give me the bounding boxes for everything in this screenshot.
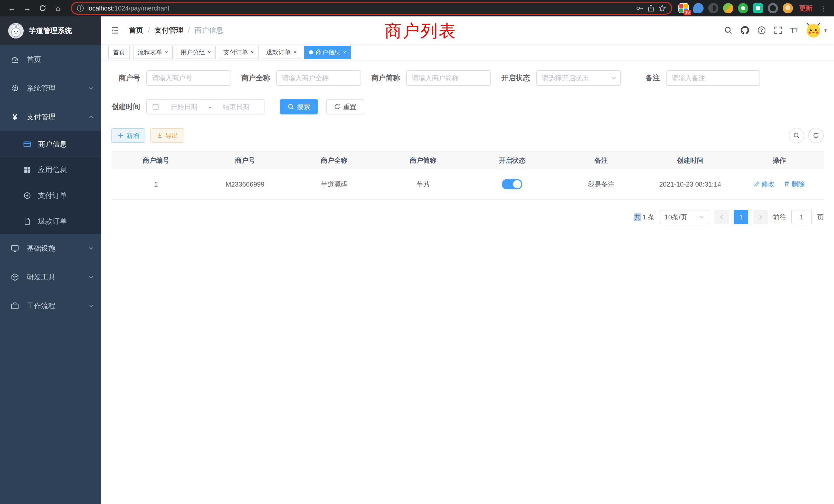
filter-short-name: 商户简称 [371, 70, 491, 86]
forward-icon[interactable]: → [21, 2, 34, 15]
card-icon [23, 140, 32, 148]
user-menu[interactable]: ▾ [805, 22, 827, 39]
sidebar-fold-icon[interactable] [108, 26, 122, 35]
full-name-input[interactable] [276, 70, 361, 86]
sidebar-item-merchant-info[interactable]: 商户信息 [0, 131, 101, 157]
user-avatar [805, 22, 822, 39]
date-start-placeholder[interactable]: 开始日期 [161, 102, 207, 111]
breadcrumb-payment[interactable]: 支付管理 [155, 25, 183, 35]
delete-button[interactable]: 删除 [784, 180, 805, 189]
status-select[interactable] [536, 70, 621, 86]
search-button[interactable]: 搜索 [280, 99, 318, 114]
field-label: 商户号 [111, 73, 146, 83]
tab-refund-orders[interactable]: 退款订单× [262, 46, 302, 59]
cell-remark: 我是备注 [557, 169, 646, 199]
tab-home[interactable]: 首页 [108, 46, 130, 59]
sidebar-item-payment-orders[interactable]: 支付订单 [0, 183, 101, 208]
breadcrumb-current: 商户信息 [195, 25, 223, 35]
sidebar-item-infrastructure[interactable]: 基础设施 [0, 234, 101, 263]
page-number-1[interactable]: 1 [734, 210, 748, 224]
close-icon[interactable]: × [343, 49, 346, 55]
goto-page-input[interactable] [791, 210, 812, 224]
github-icon[interactable] [740, 26, 749, 35]
table-toolbar: 新增 导出 [111, 128, 824, 143]
refresh-icon[interactable] [36, 2, 49, 15]
field-label: 开启状态 [501, 73, 536, 83]
col-status: 开启状态 [467, 152, 557, 169]
sidebar: 芋道管理系统 首页 系统管理 ¥ 支付管理 [0, 17, 101, 504]
sidebar-item-home[interactable]: 首页 [0, 45, 101, 74]
share-icon[interactable] [647, 4, 655, 12]
tab-process-form[interactable]: 流程表单× [133, 46, 173, 59]
prev-page-button[interactable] [714, 210, 729, 224]
page-content: 商户号 商户全称 商户简称 开启状态 [101, 61, 834, 504]
filter-row-2: 创建时间 开始日期 - 结束日期 搜索 [111, 99, 824, 114]
sidebar-item-refund-orders[interactable]: 退款订单 [0, 208, 101, 234]
refresh-table-button[interactable] [808, 128, 824, 143]
close-icon[interactable]: × [293, 49, 297, 55]
bookmark-star-icon[interactable] [658, 4, 666, 12]
main-area: 商户列表 首页 / 支付管理 / 商户信息 [101, 17, 834, 504]
password-key-icon[interactable] [636, 4, 643, 12]
export-button[interactable]: 导出 [151, 128, 184, 143]
sidebar-item-app-info[interactable]: 应用信息 [0, 157, 101, 183]
extension-green-square-icon[interactable] [753, 3, 763, 13]
edit-button[interactable]: 修改 [754, 180, 775, 189]
monitor-icon [10, 244, 20, 253]
tab-merchant-info[interactable]: 商户信息× [304, 46, 351, 59]
site-info-icon[interactable]: i [77, 5, 84, 12]
back-icon[interactable]: ← [5, 2, 19, 15]
status-toggle[interactable] [502, 179, 522, 189]
fullscreen-icon[interactable] [774, 26, 783, 35]
next-page-button[interactable] [753, 210, 768, 224]
col-create-time: 创建时间 [646, 152, 735, 169]
total-text: 共 1 条 [634, 213, 655, 222]
add-button[interactable]: 新增 [111, 128, 145, 143]
breadcrumb-home[interactable]: 首页 [129, 25, 143, 35]
app-title: 芋道管理系统 [29, 26, 72, 36]
cell-full-name: 芋道源码 [290, 169, 379, 199]
font-size-icon[interactable]: TT [790, 26, 797, 34]
reset-button[interactable]: 重置 [326, 99, 364, 114]
home-icon[interactable]: ⌂ [51, 2, 65, 15]
short-name-input[interactable] [406, 70, 491, 86]
sidebar-item-payment[interactable]: ¥ 支付管理 [0, 102, 101, 131]
merchant-no-input[interactable] [146, 70, 231, 86]
tab-user-group[interactable]: 用户分组× [176, 46, 216, 59]
extension-colorful-icon[interactable]: 10 [678, 3, 689, 13]
cell-merchant-no: M233666999 [200, 169, 290, 199]
close-icon[interactable]: × [250, 49, 254, 55]
breadcrumb-separator: / [148, 26, 150, 35]
extension-drop-icon[interactable] [693, 3, 704, 13]
chevron-down-icon [88, 86, 94, 91]
close-icon[interactable]: × [208, 49, 211, 55]
extension-profile-icon[interactable] [783, 3, 793, 13]
sidebar-item-dev-tools[interactable]: 研发工具 [0, 263, 101, 292]
filter-row-1: 商户号 商户全称 商户简称 开启状态 [111, 70, 824, 86]
toggle-search-button[interactable] [789, 128, 804, 143]
close-icon[interactable]: × [165, 49, 168, 55]
logo-area[interactable]: 芋道管理系统 [0, 17, 101, 45]
remark-input[interactable] [666, 70, 760, 86]
sidebar-item-label: 支付管理 [27, 112, 56, 122]
date-range-picker[interactable]: 开始日期 - 结束日期 [146, 99, 264, 114]
extension-dark-icon[interactable] [708, 3, 719, 13]
date-end-placeholder[interactable]: 结束日期 [213, 102, 259, 111]
status-select-input[interactable] [536, 70, 621, 86]
sidebar-item-workflow[interactable]: 工作流程 [0, 292, 101, 320]
extension-green-circle-icon[interactable] [738, 3, 748, 13]
navbar-right-tools: ? TT ▾ [724, 22, 827, 39]
tab-payment-orders[interactable]: 支付订单× [219, 46, 259, 59]
extension-knot-icon[interactable] [768, 3, 778, 13]
browser-menu-icon[interactable]: ⋮ [817, 4, 829, 13]
help-icon[interactable]: ? [757, 26, 766, 35]
field-label: 备注 [631, 73, 666, 83]
search-icon[interactable] [724, 26, 732, 35]
page-size-select[interactable]: 10条/页 [660, 210, 709, 224]
circle-dot-icon [23, 192, 32, 199]
sidebar-item-system[interactable]: 系统管理 [0, 74, 101, 102]
browser-update-button[interactable]: 更新 [796, 4, 815, 13]
col-short-name: 商户简称 [378, 152, 467, 169]
address-bar[interactable]: i localhost:1024/pay/merchant [71, 2, 672, 15]
extension-avatar-icon[interactable] [723, 3, 733, 13]
